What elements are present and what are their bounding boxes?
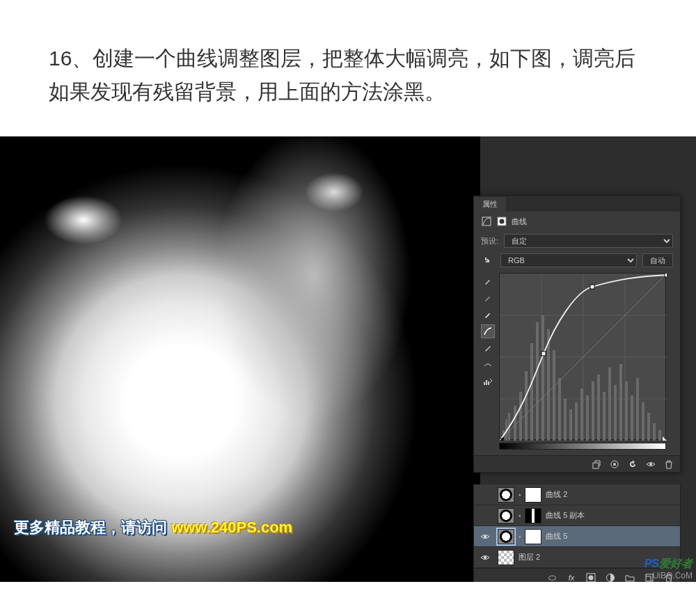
reset-icon[interactable] xyxy=(627,459,638,470)
svg-rect-20 xyxy=(541,315,544,441)
svg-rect-15 xyxy=(514,406,516,441)
svg-rect-18 xyxy=(530,343,533,441)
svg-rect-19 xyxy=(536,322,539,441)
visibility-toggle[interactable] xyxy=(477,532,493,542)
clip-to-layer-icon[interactable] xyxy=(591,459,602,470)
visibility-toggle[interactable] xyxy=(477,553,493,562)
pencil-tool-icon[interactable] xyxy=(481,341,495,355)
link-icon: ▪ xyxy=(519,533,521,540)
svg-rect-3 xyxy=(484,382,485,385)
link-icon: ▪ xyxy=(519,512,521,519)
svg-rect-22 xyxy=(553,350,555,441)
layer-thumb xyxy=(498,550,514,565)
layer-row-curves-2[interactable]: ▪ 曲线 2 xyxy=(474,484,680,505)
channel-row: RGB 自动 xyxy=(474,251,680,270)
svg-rect-39 xyxy=(647,413,650,441)
visibility-toggle-icon[interactable] xyxy=(645,459,656,470)
curves-graph[interactable] xyxy=(499,273,666,440)
mask-thumb[interactable] xyxy=(525,529,541,544)
fx-icon[interactable]: fx xyxy=(566,574,577,582)
eyedropper-gray-icon[interactable] xyxy=(481,291,495,305)
adjustment-type-label: 曲线 xyxy=(512,216,527,227)
svg-rect-33 xyxy=(614,385,617,441)
clip-histogram-icon[interactable] xyxy=(481,374,495,388)
svg-rect-46 xyxy=(665,274,667,277)
add-mask-icon[interactable] xyxy=(585,573,596,583)
curves-tools xyxy=(481,273,496,440)
watermark-corner: PS爱好者 xyxy=(644,557,693,571)
layer-name: 图层 2 xyxy=(519,552,540,562)
properties-tab[interactable]: 属性 xyxy=(474,197,506,212)
svg-rect-37 xyxy=(636,378,639,441)
properties-panel: 属性 曲线 预设: 自定 RGB 自动 xyxy=(473,196,681,473)
svg-rect-35 xyxy=(625,381,628,441)
eye-icon xyxy=(480,532,490,542)
mask-thumb[interactable] xyxy=(525,487,541,503)
watermark-prefix: 更多精品教程，请访问 xyxy=(14,519,171,536)
svg-rect-40 xyxy=(653,423,656,441)
watermark-corner-text: 爱好者 xyxy=(659,558,693,569)
svg-rect-32 xyxy=(608,368,611,441)
channel-select[interactable]: RGB xyxy=(500,253,637,267)
curves-editor xyxy=(474,270,680,444)
watermark-ps: PS xyxy=(644,558,659,569)
adjustment-thumb xyxy=(498,529,514,544)
layer-name: 曲线 2 xyxy=(546,489,567,500)
svg-rect-30 xyxy=(597,374,600,441)
properties-footer xyxy=(474,455,680,472)
layer-row-curves-5-copy[interactable]: ▪ 曲线 5 副本 xyxy=(474,505,680,526)
svg-point-51 xyxy=(613,463,616,466)
layer-name: 曲线 5 xyxy=(546,531,567,542)
svg-rect-24 xyxy=(564,399,567,441)
mask-thumb[interactable] xyxy=(525,508,541,523)
svg-rect-25 xyxy=(569,409,572,441)
svg-point-54 xyxy=(484,556,487,559)
svg-rect-28 xyxy=(586,395,589,441)
screenshot-area: 更多精品教程，请访问 www.240PS.com 属性 曲线 预设: 自定 xyxy=(0,136,696,582)
eyedropper-white-icon[interactable] xyxy=(481,308,495,322)
svg-point-52 xyxy=(649,463,652,466)
svg-rect-45 xyxy=(590,285,594,289)
layer-row-curves-5[interactable]: ▪ 曲线 5 xyxy=(474,526,680,547)
adjustment-type-header: 曲线 xyxy=(474,212,680,231)
svg-rect-58 xyxy=(646,574,653,581)
auto-button[interactable]: 自动 xyxy=(642,253,673,267)
layer-name: 曲线 5 副本 xyxy=(546,510,585,521)
watermark-url: www.240PS.com xyxy=(171,519,292,536)
view-previous-icon[interactable] xyxy=(609,459,620,470)
mask-icon[interactable] xyxy=(496,216,507,227)
preset-select[interactable]: 自定 xyxy=(504,234,673,248)
watermark-main: 更多精品教程，请访问 www.240PS.com xyxy=(14,517,292,538)
curve-point-tool-icon[interactable] xyxy=(481,324,495,338)
svg-rect-29 xyxy=(592,381,594,441)
new-group-icon[interactable] xyxy=(624,573,635,583)
panel-tabs: 属性 xyxy=(474,196,680,212)
eye-icon xyxy=(480,553,490,562)
svg-marker-48 xyxy=(663,436,667,441)
curves-adjustment-icon xyxy=(481,216,492,227)
svg-rect-31 xyxy=(603,392,606,441)
svg-rect-0 xyxy=(482,217,491,226)
photo-preview xyxy=(0,136,480,582)
svg-rect-36 xyxy=(631,395,633,441)
svg-point-2 xyxy=(500,219,505,224)
delete-adjustment-icon[interactable] xyxy=(663,459,674,470)
eyedropper-black-icon[interactable] xyxy=(481,274,495,288)
link-layers-icon[interactable]: ⬭ xyxy=(546,572,557,583)
preset-label: 预设: xyxy=(481,236,498,246)
targeted-adjust-icon[interactable] xyxy=(481,253,495,267)
svg-rect-49 xyxy=(593,463,599,468)
canvas[interactable]: 更多精品教程，请访问 www.240PS.com xyxy=(0,136,480,582)
new-adjustment-icon[interactable] xyxy=(605,573,616,583)
svg-rect-16 xyxy=(519,392,522,441)
svg-rect-4 xyxy=(486,380,487,385)
svg-rect-17 xyxy=(525,371,528,441)
input-gradient-strip xyxy=(499,443,666,450)
svg-point-53 xyxy=(484,535,487,538)
svg-rect-38 xyxy=(642,402,644,441)
svg-rect-34 xyxy=(619,364,622,441)
adjustment-thumb xyxy=(498,487,514,503)
svg-rect-26 xyxy=(575,402,578,441)
smooth-tool-icon[interactable] xyxy=(481,358,495,372)
watermark-site: UiBQ.CoM xyxy=(653,571,693,581)
